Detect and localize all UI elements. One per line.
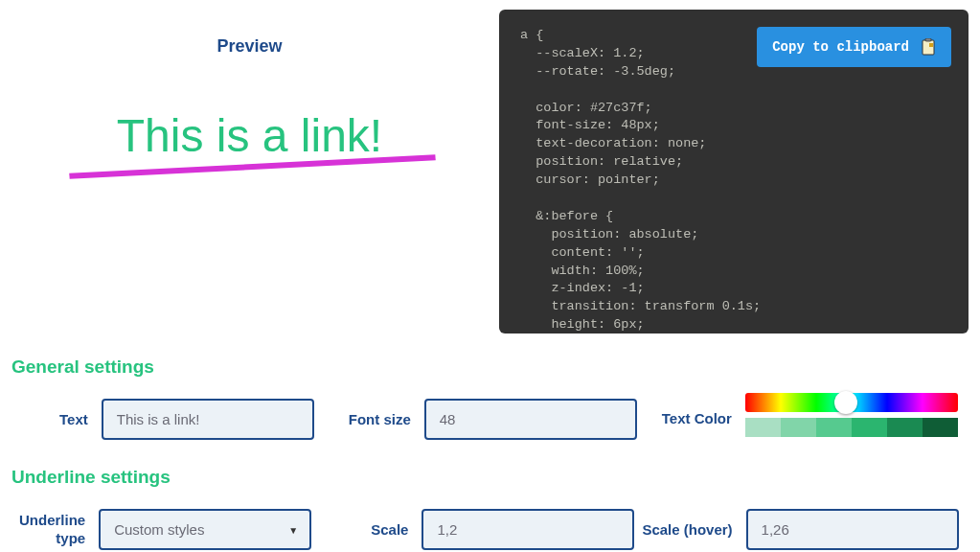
underline-type-label-2: type [56,530,85,548]
underline-type-select[interactable]: Custom styles [99,509,311,550]
svg-rect-0 [923,40,934,55]
text-color-label: Text Color [662,410,732,426]
scale-label: Scale [371,521,408,538]
hue-slider-knob[interactable] [834,391,857,414]
text-label: Text [59,411,88,427]
svg-rect-1 [925,38,931,41]
saturation-swatch[interactable] [745,418,781,437]
scale-hover-input[interactable] [746,509,959,550]
preview-panel: Preview This is a link! [0,0,499,334]
hue-slider[interactable] [745,393,958,412]
saturation-palette[interactable] [745,418,958,437]
saturation-swatch[interactable] [887,418,923,437]
code-content: a { --scaleX: 1.2; --rotate: -3.5deg; co… [520,27,947,334]
clipboard-icon [921,38,936,56]
preview-link[interactable]: This is a link! [117,109,382,162]
general-settings-heading: General settings [11,356,969,378]
preview-heading: Preview [19,36,480,57]
copy-to-clipboard-button[interactable]: Copy to clipboard [757,27,951,67]
text-input[interactable] [102,399,314,440]
code-panel: Copy to clipboard a { --scaleX: 1.2; --r… [499,10,969,334]
svg-rect-2 [929,43,933,47]
font-size-label: Font size [349,411,411,427]
scale-hover-label: Scale (hover) [642,521,732,538]
scale-input[interactable] [422,509,634,550]
font-size-input[interactable] [424,399,637,440]
saturation-swatch[interactable] [816,418,852,437]
saturation-swatch[interactable] [781,418,816,437]
copy-button-label: Copy to clipboard [772,39,909,55]
saturation-swatch[interactable] [923,418,958,437]
underline-type-label-1: Underline [19,512,85,530]
preview-link-text: This is a link! [117,110,382,161]
underline-settings-heading: Underline settings [11,467,969,488]
saturation-swatch[interactable] [852,418,887,437]
color-picker [745,393,958,437]
